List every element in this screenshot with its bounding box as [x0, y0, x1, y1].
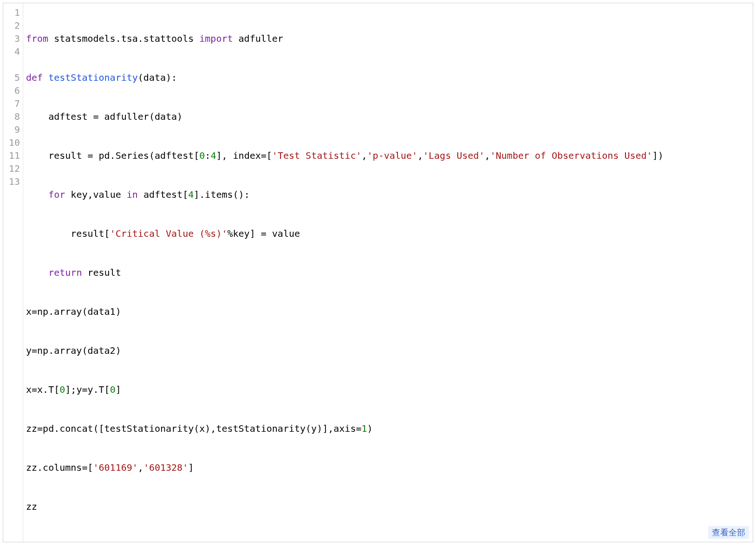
code-text: ): [367, 423, 373, 434]
code-text: ];y=y.T[: [65, 384, 110, 395]
code-text: %key] = value: [228, 228, 300, 239]
line-number-gutter: 1 2 3 4 5 6 7 8 9 10 11 12 13: [3, 3, 23, 542]
code-text: [26, 189, 48, 200]
code-number: 0: [199, 150, 205, 161]
keyword-in: in: [127, 189, 138, 200]
line-number: 7: [7, 97, 20, 110]
line-number: 13: [7, 175, 20, 188]
keyword-def: def: [26, 72, 43, 83]
code-text: ,: [362, 150, 367, 161]
code-text: ,: [484, 150, 490, 161]
line-number: 5: [7, 71, 20, 84]
line-number: 1: [7, 6, 20, 19]
code-string: 'Lags Used': [423, 150, 484, 161]
code-editor[interactable]: from statsmodels.tsa.stattools import ad…: [23, 3, 753, 542]
code-text: [43, 72, 48, 83]
code-text: result = pd.Series(adftest[: [26, 150, 199, 161]
line-number: 10: [7, 136, 20, 149]
code-number: 1: [361, 423, 367, 434]
code-text: statsmodels.tsa.stattools: [48, 33, 199, 44]
code-text: adftest[: [138, 189, 188, 200]
line-number: 12: [7, 162, 20, 175]
code-text: ], index=[: [216, 150, 272, 161]
line-number: 2: [7, 19, 20, 32]
code-text: zz: [26, 501, 37, 512]
code-text: (data):: [138, 72, 177, 83]
code-text: ]): [652, 150, 664, 161]
keyword-return: return: [48, 267, 82, 278]
code-text: [26, 267, 48, 278]
code-number: 4: [188, 189, 194, 200]
line-number: 9: [7, 123, 20, 136]
line-number: 4: [7, 45, 20, 71]
code-text: zz.columns=[: [26, 462, 93, 473]
code-text: ,: [417, 150, 423, 161]
code-string: '601328': [143, 462, 188, 473]
line-number: 6: [7, 84, 20, 97]
code-text: ,: [138, 462, 143, 473]
code-text: y=np.array(data2): [26, 345, 121, 356]
code-text: x=np.array(data1): [26, 306, 121, 317]
code-string: '601169': [93, 462, 138, 473]
code-text: result: [82, 267, 121, 278]
code-text: ]: [188, 462, 194, 473]
keyword-import: import: [199, 33, 233, 44]
function-name: testStationarity: [48, 72, 138, 83]
code-text: ]: [116, 384, 121, 395]
code-cell: 1 2 3 4 5 6 7 8 9 10 11 12 13 from stats…: [3, 3, 753, 542]
code-string: 'Number of Observations Used': [490, 150, 652, 161]
code-text: :: [205, 150, 210, 161]
code-number: 0: [59, 384, 65, 395]
code-text: x=x.T[: [26, 384, 59, 395]
code-text: zz=pd.concat([testStationarity(x),testSt…: [26, 423, 361, 434]
code-string: 'Critical Value (%s)': [110, 228, 228, 239]
code-text: key,value: [65, 189, 126, 200]
line-number: 8: [7, 110, 20, 123]
keyword-from: from: [26, 33, 48, 44]
code-number: 4: [210, 150, 216, 161]
code-string: 'Test Statistic': [272, 150, 362, 161]
line-number: 11: [7, 149, 20, 162]
code-string: 'p-value': [367, 150, 417, 161]
view-all-button[interactable]: 查看全部: [708, 526, 749, 539]
code-number: 0: [110, 384, 116, 395]
keyword-for: for: [48, 189, 65, 200]
code-text: ].items():: [194, 189, 249, 200]
line-number: 3: [7, 32, 20, 45]
code-text: adftest = adfuller(data): [26, 111, 182, 122]
code-text: adfuller: [233, 33, 283, 44]
code-text: result[: [26, 228, 110, 239]
code-area: 1 2 3 4 5 6 7 8 9 10 11 12 13 from stats…: [3, 3, 753, 542]
